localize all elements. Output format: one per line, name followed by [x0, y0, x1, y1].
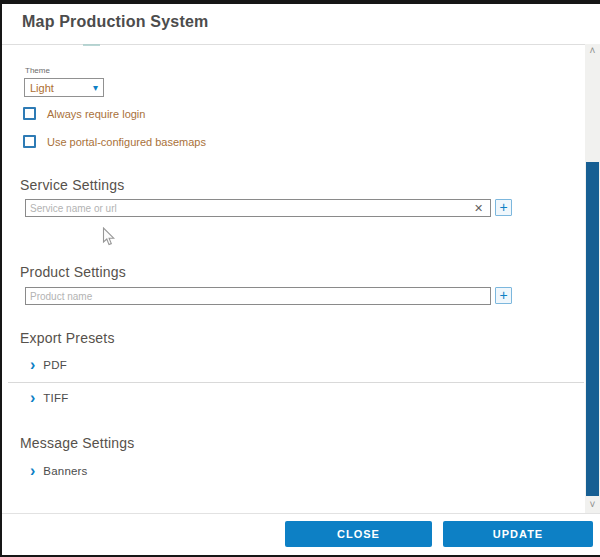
chevron-right-icon: ›: [30, 464, 35, 478]
chevron-right-icon: ›: [30, 358, 35, 372]
export-presets-heading: Export Presets: [20, 330, 115, 346]
theme-select-value: Light: [25, 82, 93, 94]
export-preset-tiff-row[interactable]: › TIFF: [30, 390, 68, 406]
plus-icon: +: [499, 287, 507, 303]
checkbox-always-require-login[interactable]: [23, 107, 36, 120]
message-settings-heading: Message Settings: [20, 435, 134, 451]
service-name-input[interactable]: [25, 199, 491, 217]
service-settings-heading: Service Settings: [20, 177, 124, 193]
vertical-scrollbar[interactable]: ˄ ˅: [585, 44, 600, 513]
close-button[interactable]: CLOSE: [285, 521, 432, 547]
scrollbar-thumb[interactable]: [586, 162, 599, 496]
preset-divider: [8, 382, 584, 383]
dialog-title: Map Production System: [22, 13, 208, 31]
window-frame-top: [0, 0, 600, 4]
checkbox-label-always-require-login: Always require login: [47, 108, 145, 120]
product-name-input[interactable]: [25, 287, 491, 305]
window-frame-left: [0, 0, 2, 557]
footer-divider: [2, 513, 600, 514]
message-setting-label: Banners: [43, 465, 87, 477]
theme-select[interactable]: Light ▾: [24, 78, 104, 97]
plus-icon: +: [499, 199, 507, 215]
export-preset-label: PDF: [43, 359, 67, 371]
add-service-button[interactable]: +: [495, 199, 512, 216]
add-product-button[interactable]: +: [495, 287, 512, 304]
export-preset-label: TIFF: [43, 392, 68, 404]
chevron-right-icon: ›: [30, 391, 35, 405]
message-banners-row[interactable]: › Banners: [30, 463, 88, 479]
scroll-up-icon[interactable]: ˄: [585, 44, 600, 59]
theme-label: Theme: [25, 66, 50, 75]
chevron-down-icon: ▾: [93, 83, 103, 93]
product-settings-heading: Product Settings: [20, 264, 126, 280]
mouse-cursor-icon: [102, 227, 116, 247]
checkbox-use-portal-basemaps[interactable]: [23, 135, 36, 148]
export-preset-pdf-row[interactable]: › PDF: [30, 357, 67, 373]
divider-highlight: [83, 44, 100, 46]
scroll-down-icon[interactable]: ˅: [585, 498, 600, 513]
checkbox-label-use-portal-basemaps: Use portal-configured basemaps: [47, 136, 206, 148]
update-button[interactable]: UPDATE: [443, 521, 593, 547]
clear-icon[interactable]: ✕: [474, 201, 483, 215]
